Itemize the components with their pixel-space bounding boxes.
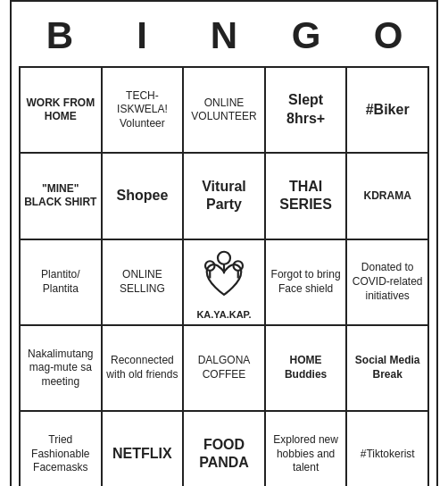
bingo-grid: WORK FROM HOMETECH-ISKWELA! VolunteerONL… <box>19 66 429 486</box>
cell-r4c4: HOME Buddies <box>266 326 348 412</box>
bingo-header: B I N G O <box>19 9 429 66</box>
svg-point-0 <box>218 251 230 264</box>
cell-r1c3: ONLINE VOLUNTEER <box>184 68 266 154</box>
cell-r4c3: DALGONA COFFEE <box>184 326 266 412</box>
cell-r5c3: FOOD PANDA <box>184 412 266 486</box>
cell-r1c4: Slept 8hrs+ <box>266 68 348 154</box>
cell-text-r2c1: "MINE" BLACK SHIRT <box>24 182 97 210</box>
cell-r2c2: Shopee <box>103 154 185 239</box>
cell-r4c2: Reconnected with old friends <box>103 326 185 412</box>
cell-r5c5: #Tiktokerist <box>347 412 429 486</box>
letter-i: I <box>106 14 178 57</box>
bingo-card: B I N G O WORK FROM HOMETECH-ISKWELA! Vo… <box>10 0 438 486</box>
cell-text-r5c1: Tried Fashionable Facemasks <box>24 433 97 475</box>
cell-r1c5: #Biker <box>347 68 429 154</box>
cell-text-r5c3: FOOD PANDA <box>187 436 261 473</box>
cell-text-r1c4: Slept 8hrs+ <box>270 91 343 129</box>
cell-r3c5: Donated to COVID-related initiatives <box>347 240 429 326</box>
cell-text-r3c2: ONLINE SELLING <box>106 268 179 296</box>
cell-r1c1: WORK FROM HOME <box>21 68 103 154</box>
cell-text-r3c1: Plantito/ Plantita <box>24 268 97 296</box>
cell-text-r4c5: Social Media Break <box>351 354 424 381</box>
cell-r2c4: THAI SERIES <box>266 154 348 239</box>
cell-r5c2: NETFLIX <box>103 412 185 486</box>
cell-text-r2c2: Shopee <box>116 187 168 205</box>
cell-text-r1c5: #Biker <box>366 101 410 120</box>
cell-r2c1: "MINE" BLACK SHIRT <box>21 154 103 239</box>
cell-r3c4: Forgot to bring Face shield <box>266 240 348 326</box>
cell-text-r3c4: Forgot to bring Face shield <box>270 268 343 296</box>
letter-n: N <box>188 14 260 57</box>
cell-text-r2c5: KDRAMA <box>364 189 411 204</box>
letter-b: B <box>24 14 95 57</box>
cell-text-r4c1: Nakalimutang mag-mute sa meeting <box>24 348 97 390</box>
cell-r3c3: KA.YA.KAP. <box>184 240 266 326</box>
cell-text-r4c4: HOME Buddies <box>270 354 343 381</box>
cell-text-r4c2: Reconnected with old friends <box>106 354 179 381</box>
kayakap-logo-icon <box>193 244 255 306</box>
cell-r5c1: Tried Fashionable Facemasks <box>21 412 103 486</box>
cell-r2c3: Vitural Party <box>184 154 266 239</box>
cell-text-r2c4: THAI SERIES <box>270 178 343 215</box>
cell-text-r5c5: #Tiktokerist <box>361 448 415 462</box>
cell-text-r5c4: Explored new hobbies and talent <box>270 433 343 475</box>
kayakap-label: KA.YA.KAP. <box>196 308 251 321</box>
cell-text-r4c3: DALGONA COFFEE <box>187 354 261 381</box>
cell-r4c1: Nakalimutang mag-mute sa meeting <box>21 326 103 412</box>
letter-g: G <box>270 14 342 57</box>
cell-r4c5: Social Media Break <box>347 326 429 412</box>
cell-r2c5: KDRAMA <box>347 154 429 239</box>
cell-r3c2: ONLINE SELLING <box>103 240 185 326</box>
cell-r3c1: Plantito/ Plantita <box>21 240 103 326</box>
cell-text-r3c5: Donated to COVID-related initiatives <box>351 261 424 303</box>
cell-text-r2c3: Vitural Party <box>187 178 261 215</box>
cell-text-r1c3: ONLINE VOLUNTEER <box>187 96 261 124</box>
cell-text-r1c2: TECH-ISKWELA! Volunteer <box>106 89 179 131</box>
letter-o: O <box>353 14 424 57</box>
cell-r5c4: Explored new hobbies and talent <box>266 412 348 486</box>
cell-text-r1c1: WORK FROM HOME <box>24 96 97 124</box>
cell-text-r5c2: NETFLIX <box>112 445 172 464</box>
cell-r1c2: TECH-ISKWELA! Volunteer <box>103 68 185 154</box>
